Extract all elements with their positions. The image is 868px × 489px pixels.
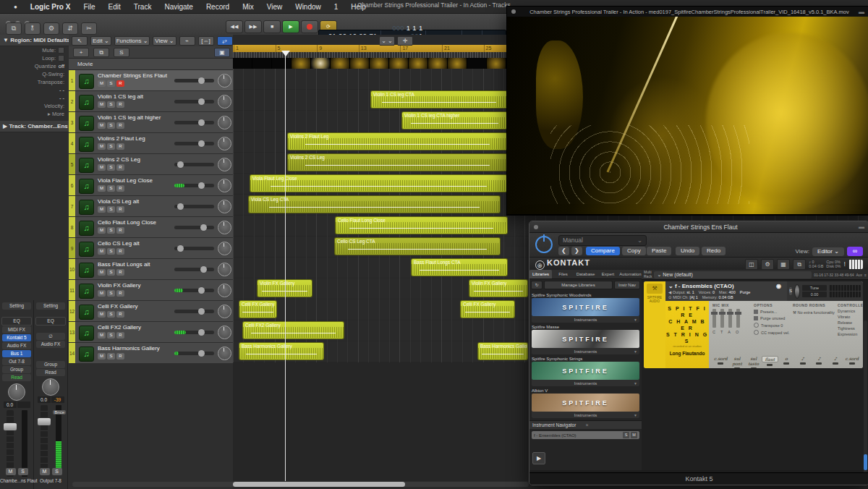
track-volume-slider[interactable] [174,331,214,334]
region-inspector-header[interactable]: ▼ Region: MIDI Defaults [0,35,69,46]
mic-letter-C[interactable]: C [712,330,715,334]
midi-region[interactable]: Bass Flaut Longs CTA [411,258,508,276]
keyboard-toggle-icon[interactable] [848,260,863,269]
track-pan-knob[interactable] [218,326,231,339]
window-icon[interactable]: ⧉ [793,259,806,270]
view-menu[interactable]: View ⌄ [153,36,176,46]
track-row[interactable]: 10♫Bass Flaut Longs altMSR [69,259,233,280]
video-minimize-icon[interactable]: ▬ [859,9,864,15]
mute-button[interactable]: M [98,311,106,318]
midi-region[interactable]: Violins 2 Flaut Leg [287,132,508,150]
tune-value[interactable]: 0.00 [802,292,827,297]
volume-slider-handle[interactable] [177,245,184,252]
track-row[interactable]: 9♫Cello CS Leg altMSR [69,238,233,259]
midi-region[interactable]: Violins 2 CS Leg [287,153,508,171]
browser-tab-libraries[interactable]: Libraries [529,270,552,278]
add-track-button[interactable]: + [73,48,89,57]
video-window[interactable]: Chamber Strings Professional Trailer - I… [506,6,868,216]
wrench-icon[interactable]: ⚒ [647,284,663,294]
solo-button[interactable]: S [107,122,115,129]
midi-region[interactable]: Bass Harmonics Gallery [239,342,324,360]
menu-item-track[interactable]: Track [127,0,158,14]
browser-play-button[interactable]: ▶ [532,452,545,464]
track-row[interactable]: 12♫Celli FX GalleryMSR [69,301,233,322]
mute-button[interactable]: M [98,353,106,360]
solo-tracks-button[interactable]: S [114,48,129,57]
track-volume-slider[interactable] [174,289,214,292]
duplicate-track-button[interactable]: ⧉ [93,48,109,57]
library-instruments-dropdown[interactable]: Instruments▼ [532,348,639,354]
midi-region[interactable]: Celli FX Gallery [460,300,515,318]
mute-button[interactable]: M [98,101,106,108]
volume-slider-handle[interactable] [198,329,205,336]
strip-button-group[interactable]: Group [2,366,31,373]
strip-button-out-7-8[interactable]: Out 7-8 [2,358,31,365]
track-volume-slider[interactable] [174,205,214,208]
track-row[interactable]: 13♫Celli FX2 GalleryMSR [69,322,233,343]
strip-button-setting[interactable]: Setting [36,302,65,310]
controller-row[interactable]: Dynamics [838,309,863,313]
solo-button[interactable]: S [107,248,115,255]
record-arm-button[interactable]: R [116,290,124,297]
track-pan-knob[interactable] [218,116,231,129]
mute-button[interactable]: M [98,164,106,171]
pan-value[interactable]: 0.0 [38,396,51,403]
round-robin-value[interactable]: ⚒ No extra functionality [793,310,841,315]
track-volume-slider[interactable] [174,163,214,166]
volume-slider-handle[interactable] [198,98,205,105]
gear-icon[interactable]: ⚙ [761,259,774,270]
midi-region[interactable]: Violin 1 CS leg CTA higher [401,111,508,129]
edit-menu[interactable]: Edit ⌄ [90,36,111,46]
catch-playhead-icon[interactable]: ⥂ [217,36,233,46]
fader-cap[interactable] [4,423,17,430]
view-mode-select[interactable]: Editor ⌄ [812,247,844,256]
rack-menu-icon[interactable]: ≡ [864,273,867,277]
record-arm-button[interactable]: R [116,101,124,108]
navigator-instrument-item[interactable]: f - Ensembles (CTAO) S M [532,431,639,439]
plugin-titlebar[interactable]: Chamber Strings Ens Flaut ▬ [529,221,868,233]
strip-solo-button[interactable]: S [18,468,28,475]
mute-button[interactable]: M [98,143,106,150]
instrument-header[interactable]: ⌄ f - Ensembles (CTAO) ◉ ◀ Output: st. 1… [665,281,787,301]
inspector-checkbox[interactable] [58,47,64,54]
zoom-tool-icon[interactable]: [⇔] [198,36,214,46]
option-row[interactable]: Purge unused [754,316,801,320]
strip-button-audio-fx[interactable]: Audio FX [2,342,31,349]
library-toggle-icon[interactable]: ⧉ [6,22,22,35]
record-arm-button[interactable]: R [116,122,124,129]
midi-region[interactable]: Bass Harmonics Gallery [477,342,528,360]
record-arm-button[interactable]: R [116,80,124,87]
instrument-solo-button[interactable]: S [789,287,792,295]
volume-slider-handle[interactable] [200,224,207,231]
mute-button[interactable]: M [98,122,106,129]
articulation-2[interactable]: sul tasto [745,356,762,368]
solo-button[interactable]: S [107,143,115,150]
solo-button[interactable]: S [107,206,115,213]
track-row[interactable]: 1♫Chamber Strings Ens FlautMSR [69,70,233,91]
controller-row[interactable]: Expression [838,332,863,336]
midi-region[interactable]: Viola CS Leg CTA [248,195,501,213]
instr-nav-button[interactable]: Instr Nav [614,281,640,289]
strip-mute-button[interactable]: M [6,468,16,475]
record-arm-button[interactable]: R [116,248,124,255]
track-pan-knob[interactable] [218,95,231,109]
strip-button-midi-fx[interactable]: MIDI FX [2,326,31,333]
mic-letter-T[interactable]: T [720,330,723,334]
inspector-row-value[interactable]: off [59,63,64,69]
track-row[interactable]: 2♫Violin 1 CS leg altMSR [69,91,233,112]
plugin-power-button[interactable] [535,236,553,253]
record-arm-button[interactable]: R [116,164,124,171]
quick-help-icon[interactable]: ⚙ [43,22,59,35]
solo-button[interactable]: S [107,269,115,276]
strip-button-read[interactable]: Read [2,374,31,381]
mic-letter-O[interactable]: O [736,330,739,334]
inspector-toggle-icon[interactable]: 🜬 [25,22,41,35]
track-pan-knob[interactable] [218,158,231,171]
track-volume-slider[interactable] [174,352,214,355]
option-row[interactable]: CC mapped vel. [754,330,801,335]
volume-slider-handle[interactable] [177,203,184,210]
navigator-close-icon[interactable]: × [586,422,639,428]
articulation-0[interactable]: c.sord [712,356,729,368]
midi-region[interactable]: Cello CS Leg CTA [334,237,501,255]
solo-button[interactable]: S [107,185,115,192]
